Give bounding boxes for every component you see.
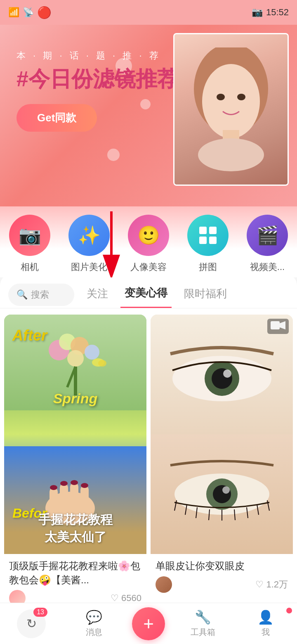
content-section: 🔍 搜索 关注 变美心得 限时福利 [0,273,297,622]
person-svg [190,47,272,171]
svg-point-29 [81,483,88,488]
svg-point-20 [98,360,106,367]
nav-item-me[interactable]: 👤 我 [241,609,290,638]
svg-marker-48 [280,321,285,329]
app-icon: 🔴 [37,6,52,19]
me-label: 我 [262,627,270,638]
search-tabs-bar: 🔍 搜索 关注 变美心得 限时福利 [0,273,297,308]
eye-bottom-area [151,434,293,554]
tab-follow[interactable]: 关注 [82,282,112,308]
svg-point-37 [222,486,230,494]
svg-point-26 [50,485,57,490]
svg-rect-6 [199,227,207,234]
feed-left-column: After Spring Befor 手握花花教程 太美太仙了 顶级版手握花花教… [4,315,146,616]
collage-label: 拼图 [199,261,217,273]
messages-icon: 💬 [86,609,102,625]
beautify-icon: ✨ [78,225,101,246]
spring-label: Spring [53,391,98,407]
svg-point-15 [85,345,99,360]
video-badge [267,319,289,334]
wifi-icon: 📡 [23,7,34,18]
feature-camera[interactable]: 📷 相机 [0,215,59,273]
card-likes-left: ♡ 6560 [111,593,141,604]
feed-right-column: 单眼皮让你变双眼皮 ♡ 1.2万 [151,315,293,616]
feed-card-right[interactable]: 单眼皮让你变双眼皮 ♡ 1.2万 [151,315,293,598]
svg-rect-47 [271,321,280,329]
svg-rect-9 [209,237,217,244]
svg-point-27 [60,481,68,486]
camera-label: 相机 [21,261,39,273]
nav-refresh-area[interactable]: ↻ 13 [17,609,46,638]
hero-title: #今日份滤镜推荐# [16,66,191,92]
video-circle: 🎬 [247,215,288,256]
feature-video[interactable]: 🎬 视频美... [238,215,297,273]
camera-circle: 📷 [9,215,50,256]
card-overlay-text: 手握花花教程 太美太仙了 [4,511,146,546]
svg-point-5 [198,138,264,171]
eye-top-svg [154,333,290,416]
time-display: 15:52 [266,7,289,18]
nav-me-dot [286,608,292,613]
nav-item-refresh[interactable]: ↻ 13 [7,609,56,638]
hero-get-button[interactable]: Get同款 [16,104,97,132]
hero-banner: 本 · 期 · 话 · 题 · 推 · 荐 #今日份滤镜推荐# Get同款 [0,25,297,206]
svg-rect-8 [199,237,207,244]
svg-point-28 [71,480,78,485]
search-icon: 🔍 [16,289,28,300]
collage-icon [198,225,218,246]
hero-person-image [173,33,289,186]
status-right: 📷 15:52 [252,7,289,18]
search-box[interactable]: 🔍 搜索 [8,284,74,306]
tab-limited[interactable]: 限时福利 [180,282,231,308]
search-placeholder: 搜索 [31,289,49,301]
svg-rect-24 [70,483,78,512]
card-info-right: 单眼皮让你变双眼皮 ♡ 1.2万 [151,554,293,598]
feed-card-left[interactable]: After Spring Befor 手握花花教程 太美太仙了 顶级版手握花花教… [4,315,146,611]
add-icon: + [143,613,154,634]
feed-grid: After Spring Befor 手握花花教程 太美太仙了 顶级版手握花花教… [0,308,297,622]
status-bar: 📶 📡 🔴 📷 15:52 [0,0,297,25]
heart-icon-left: ♡ [111,593,119,604]
me-icon: 👤 [257,609,274,625]
card-image-right [151,315,293,554]
tab-beauty-tips[interactable]: 变美心得 [120,282,172,308]
portrait-circle: 🙂 [128,215,169,256]
after-label: After [12,327,47,344]
svg-rect-7 [209,227,217,234]
heart-icon-right: ♡ [255,579,264,590]
camera-icon: 📷 [19,225,41,246]
svg-rect-22 [50,488,58,512]
nav-badge: 13 [33,608,47,617]
card-title-right: 单眼皮让你变双眼皮 [156,559,288,573]
video-icon: 🎬 [256,225,279,246]
nav-add-button[interactable]: + [132,607,165,640]
red-arrow-pointer [99,211,124,277]
likes-count-right: 1.2万 [266,578,288,591]
nav-item-messages[interactable]: 💬 消息 [69,609,119,638]
svg-point-16 [67,350,84,367]
feature-portrait[interactable]: 🙂 人像美容 [119,215,178,273]
card-title-left: 顶级版手握花花教程来啦🌸包教包会🤪【美酱... [9,559,141,587]
svg-rect-23 [60,483,68,512]
video-label: 视频美... [250,261,285,273]
svg-point-1 [202,64,260,138]
hero-text: 本 · 期 · 话 · 题 · 推 · 荐 #今日份滤镜推荐# Get同款 [16,50,191,132]
likes-count-left: 6560 [121,593,141,604]
svg-point-3 [237,94,245,100]
card-avatar-right [156,576,172,593]
status-left: 📶 📡 🔴 [8,6,52,19]
feature-collage[interactable]: 拼图 [178,215,238,273]
card-meta-right: ♡ 1.2万 [156,576,288,593]
signal-icon: 📶 [8,7,19,18]
hero-subtitle: 本 · 期 · 话 · 题 · 推 · 荐 [16,50,191,62]
camera-status-icon: 📷 [252,7,263,18]
bottom-navigation: ↻ 13 💬 消息 + 🔧 工具箱 👤 我 [0,603,297,644]
nav-item-toolbox[interactable]: 🔧 工具箱 [178,609,228,638]
cloud-deco-3 [107,149,120,161]
hero-image-inner [174,34,288,185]
card-likes-right: ♡ 1.2万 [255,578,288,591]
card-image-left: After Spring Befor 手握花花教程 太美太仙了 [4,315,146,554]
portrait-icon: 🙂 [137,225,160,246]
svg-point-2 [217,94,225,100]
toolbox-icon: 🔧 [195,609,211,625]
